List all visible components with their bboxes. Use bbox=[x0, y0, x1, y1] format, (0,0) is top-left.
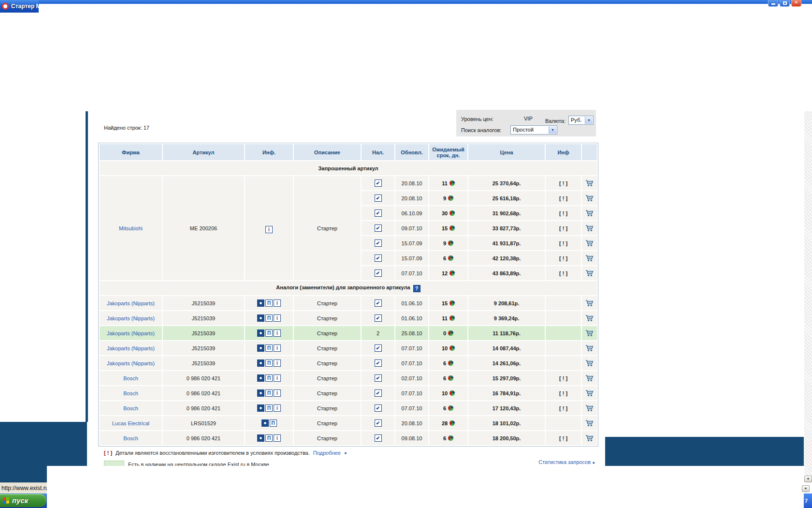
close-button[interactable]: ✕ bbox=[791, 0, 801, 7]
firm-link[interactable]: Mitsubishi bbox=[119, 225, 143, 231]
add-to-cart-button[interactable] bbox=[582, 326, 597, 340]
currency-select[interactable]: Руб. ▼ bbox=[568, 116, 594, 125]
info-icon[interactable]: i bbox=[274, 329, 281, 337]
availability-checkbox[interactable]: ✔ bbox=[375, 314, 382, 322]
availability-checkbox[interactable]: ✔ bbox=[375, 434, 382, 442]
help-icon[interactable]: ? bbox=[413, 285, 420, 292]
availability-checkbox[interactable]: ✔ bbox=[375, 419, 382, 427]
info-icon[interactable]: i bbox=[274, 359, 281, 367]
price-cell: 33 827,73р. bbox=[468, 221, 545, 235]
add-to-cart-button[interactable] bbox=[582, 221, 597, 235]
term-value: 0 bbox=[443, 330, 446, 336]
add-to-cart-button[interactable] bbox=[582, 266, 597, 280]
firm-link[interactable]: Bosch bbox=[123, 405, 138, 411]
info-icon[interactable]: i bbox=[274, 434, 281, 442]
analog-search-label: Поиск аналогов: bbox=[461, 127, 501, 133]
info-icon[interactable]: i bbox=[274, 344, 281, 352]
availability-checkbox[interactable]: ✔ bbox=[375, 389, 382, 397]
window-titlebar[interactable] bbox=[0, 0, 812, 4]
add-to-cart-button[interactable] bbox=[582, 236, 597, 250]
applicability-icon[interactable]: П bbox=[265, 344, 273, 352]
scrollbar-down-button[interactable]: ▼ bbox=[804, 476, 812, 482]
photo-icon[interactable] bbox=[257, 299, 264, 307]
firm-link[interactable]: Jakoparts (Nipparts) bbox=[107, 360, 155, 366]
restore-button[interactable] bbox=[780, 0, 790, 7]
add-to-cart-button[interactable] bbox=[582, 416, 597, 430]
applicability-icon[interactable]: П bbox=[265, 359, 273, 367]
photo-icon[interactable] bbox=[257, 389, 264, 397]
stats-link[interactable]: Статистика запросов bbox=[538, 459, 591, 465]
availability-checkbox[interactable]: ✔ bbox=[375, 224, 382, 232]
applicability-icon[interactable]: П bbox=[265, 329, 273, 337]
availability-checkbox[interactable]: ✔ bbox=[375, 269, 382, 277]
photo-icon[interactable] bbox=[257, 404, 264, 412]
availability-checkbox[interactable]: ✔ bbox=[375, 239, 382, 247]
term-cell: 10 bbox=[429, 341, 467, 355]
add-to-cart-button[interactable] bbox=[582, 296, 597, 310]
applicability-icon[interactable]: П bbox=[270, 419, 277, 427]
info-icon[interactable]: i bbox=[274, 314, 281, 322]
add-to-cart-button[interactable] bbox=[582, 401, 597, 415]
availability-checkbox[interactable]: ✔ bbox=[375, 254, 382, 262]
add-to-cart-button[interactable] bbox=[582, 251, 597, 265]
photo-icon[interactable] bbox=[257, 314, 264, 322]
availability-cell: ✔ bbox=[362, 356, 394, 370]
availability-checkbox[interactable]: ✔ bbox=[375, 374, 382, 382]
firm-link[interactable]: Jakoparts (Nipparts) bbox=[107, 315, 155, 321]
add-to-cart-button[interactable] bbox=[582, 311, 597, 325]
firm-link[interactable]: Bosch bbox=[123, 435, 138, 441]
firm-link[interactable]: Jakoparts (Nipparts) bbox=[107, 300, 155, 306]
info-icons-cell: Пi bbox=[245, 401, 293, 415]
info-icon[interactable]: i bbox=[274, 374, 281, 382]
photo-icon[interactable] bbox=[257, 434, 264, 442]
more-link[interactable]: Подробнее bbox=[313, 450, 341, 456]
photo-icon[interactable] bbox=[257, 374, 264, 382]
add-to-cart-button[interactable] bbox=[582, 356, 597, 370]
chevron-down-icon[interactable]: ▼ bbox=[585, 117, 593, 124]
availability-checkbox[interactable]: ✔ bbox=[375, 209, 382, 217]
add-to-cart-button[interactable] bbox=[582, 341, 597, 355]
applicability-icon[interactable]: П bbox=[265, 434, 273, 442]
availability-checkbox[interactable]: ✔ bbox=[375, 344, 382, 352]
add-to-cart-button[interactable] bbox=[582, 191, 597, 205]
add-to-cart-button[interactable] bbox=[582, 371, 597, 385]
photo-icon[interactable] bbox=[261, 419, 269, 427]
firm-link[interactable]: Bosch bbox=[123, 375, 138, 381]
applicability-icon[interactable]: П bbox=[265, 374, 273, 382]
info-icon[interactable]: i bbox=[265, 226, 273, 233]
photo-icon[interactable] bbox=[257, 359, 264, 367]
price-level-label: Уровень цен: bbox=[461, 116, 493, 122]
description-cell: Стартер bbox=[294, 341, 361, 355]
photo-icon[interactable] bbox=[257, 344, 264, 352]
column-header: Описание bbox=[294, 144, 361, 160]
availability-checkbox[interactable]: ✔ bbox=[375, 404, 382, 412]
firm-link[interactable]: Jakoparts (Nipparts) bbox=[107, 330, 155, 336]
minimize-button[interactable] bbox=[768, 0, 778, 7]
add-to-cart-button[interactable] bbox=[582, 386, 597, 400]
applicability-icon[interactable]: П bbox=[265, 404, 273, 412]
applicability-icon[interactable]: П bbox=[265, 299, 273, 307]
info-icon[interactable]: i bbox=[274, 404, 281, 412]
applicability-icon[interactable]: П bbox=[265, 389, 273, 397]
add-to-cart-button[interactable] bbox=[582, 431, 597, 445]
availability-checkbox[interactable]: ✔ bbox=[375, 359, 382, 367]
add-to-cart-button[interactable] bbox=[582, 176, 597, 190]
overlay-scrollbar-down-button[interactable]: ▼ bbox=[802, 485, 810, 492]
chevron-down-icon[interactable]: ▼ bbox=[549, 126, 556, 134]
analog-search-select[interactable]: Простой ▼ bbox=[510, 125, 557, 134]
firm-link[interactable]: Lucas Electrical bbox=[112, 420, 149, 426]
cart-icon bbox=[585, 329, 594, 335]
info-icon[interactable]: i bbox=[274, 389, 281, 397]
info-icon[interactable]: i bbox=[274, 299, 281, 307]
refurb-cell bbox=[546, 311, 581, 325]
firm-link[interactable]: Jakoparts (Nipparts) bbox=[107, 345, 155, 351]
applicability-icon[interactable]: П bbox=[265, 314, 273, 322]
add-to-cart-button[interactable] bbox=[582, 206, 597, 220]
availability-checkbox[interactable]: ✔ bbox=[375, 299, 382, 307]
availability-checkbox[interactable]: ✔ bbox=[375, 179, 382, 187]
photo-icon[interactable] bbox=[257, 329, 264, 337]
firm-link[interactable]: Bosch bbox=[123, 390, 138, 396]
availability-checkbox[interactable]: ✔ bbox=[375, 194, 382, 202]
start-button[interactable]: пуск bbox=[0, 494, 46, 507]
background-window-title[interactable]: Стартер M bbox=[0, 0, 39, 13]
